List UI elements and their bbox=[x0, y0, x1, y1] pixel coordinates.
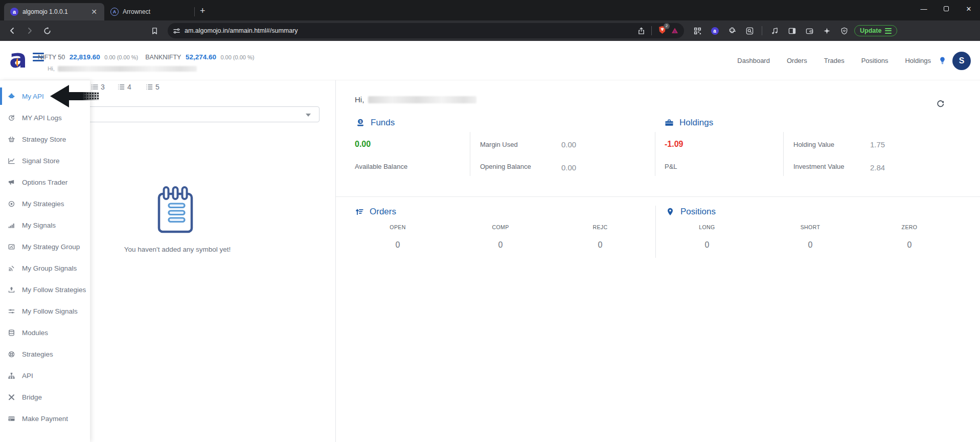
qr-extension-icon[interactable] bbox=[690, 24, 704, 38]
sidebar-item-strategy-store[interactable]: Strategy Store bbox=[0, 128, 90, 150]
holdings-section-header: Holdings bbox=[665, 118, 713, 128]
algomojo-logo[interactable]: a bbox=[9, 46, 29, 73]
user-avatar[interactable]: S bbox=[952, 52, 971, 70]
browser-tab-arrownect[interactable]: A Arrownect bbox=[104, 3, 191, 20]
tab-separator bbox=[194, 7, 195, 16]
sidebar-menu: My API MY API Logs Strategy Store Signal… bbox=[0, 80, 90, 442]
share-icon[interactable] bbox=[637, 27, 645, 35]
tune-icon bbox=[173, 27, 180, 35]
app-header: a NIFTY 50 22,819.60 0.00 (0.00 %) BANKN… bbox=[0, 41, 980, 80]
section-divider bbox=[336, 196, 980, 197]
sidebar-item-my-api[interactable]: My API bbox=[0, 85, 90, 107]
browser-menu-icon bbox=[885, 28, 892, 34]
reload-button[interactable] bbox=[40, 24, 54, 38]
algomojo-extension-icon[interactable]: a bbox=[708, 24, 722, 38]
sidebar-item-my-signals[interactable]: My Signals bbox=[0, 214, 90, 236]
nav-positions[interactable]: Positions bbox=[861, 57, 888, 64]
pnl-label: P&L bbox=[665, 163, 677, 170]
orders-comp-label: COMP bbox=[477, 224, 523, 230]
life-ring-icon bbox=[8, 350, 15, 358]
list-icon bbox=[91, 83, 98, 91]
tab-close-icon[interactable]: ✕ bbox=[89, 7, 99, 16]
search-box-extension-icon[interactable] bbox=[742, 24, 757, 38]
update-label: Update bbox=[860, 27, 881, 34]
symbol-select-dropdown[interactable] bbox=[51, 106, 320, 122]
watchlist-tab-3[interactable]: 3 bbox=[91, 83, 105, 91]
bookmark-icon[interactable] bbox=[147, 24, 162, 38]
basket-icon bbox=[8, 136, 15, 143]
refresh-icon[interactable] bbox=[936, 99, 945, 110]
browser-toolbar: am.algomojo.in/ammain.html#/summary 2 a … bbox=[0, 20, 980, 41]
sidebar-item-signal-store[interactable]: Signal Store bbox=[0, 150, 90, 171]
card-divider bbox=[783, 132, 784, 176]
margin-used-value: 0.00 bbox=[561, 140, 576, 149]
browser-tab-algomojo[interactable]: a algomojo 1.0.0.1 ✕ bbox=[4, 3, 104, 20]
sidebar-item-options-trader[interactable]: Options Trader bbox=[0, 171, 90, 193]
margin-used-label: Margin Used bbox=[480, 141, 518, 148]
sidebar-item-make-payment[interactable]: Make Payment bbox=[0, 408, 90, 429]
bullseye-icon bbox=[8, 200, 15, 208]
sidebar-item-my-api-logs[interactable]: MY API Logs bbox=[0, 107, 90, 128]
browser-tabstrip: a algomojo 1.0.0.1 ✕ A Arrownect + — ✕ bbox=[0, 0, 980, 20]
opening-balance-label: Opening Balance bbox=[480, 163, 531, 170]
sidebar-item-strategies[interactable]: Strategies bbox=[0, 343, 90, 365]
sort-amount-icon bbox=[355, 207, 364, 216]
sidebar-item-bridge[interactable]: Bridge bbox=[0, 386, 90, 408]
sidebar-item-api[interactable]: API bbox=[0, 365, 90, 386]
database-icon bbox=[8, 329, 15, 337]
empty-watchlist-clipboard-icon bbox=[155, 184, 195, 237]
investment-value-label: Investment Value bbox=[793, 163, 844, 170]
puzzle-icon bbox=[8, 93, 15, 100]
bulb-icon[interactable] bbox=[939, 56, 946, 67]
opening-balance-value: 0.00 bbox=[561, 163, 576, 172]
window-close-button[interactable]: ✕ bbox=[958, 0, 980, 17]
nav-trades[interactable]: Trades bbox=[824, 57, 845, 64]
sidebar-item-my-group-signals[interactable]: My Group Signals bbox=[0, 257, 90, 279]
orders-rejc-value: 0 bbox=[577, 240, 623, 250]
back-button[interactable] bbox=[5, 24, 19, 38]
music-icon[interactable] bbox=[767, 24, 782, 38]
header-greeting: Hi, bbox=[48, 65, 197, 72]
frame-icon bbox=[8, 243, 15, 251]
orders-open-label: OPEN bbox=[375, 224, 421, 230]
brave-shield-icon[interactable]: 2 bbox=[658, 26, 667, 36]
sliders-icon bbox=[8, 307, 15, 315]
holding-value-label: Holding Value bbox=[793, 141, 834, 148]
extensions-puzzle-icon[interactable] bbox=[725, 24, 739, 38]
window-maximize-button[interactable] bbox=[935, 0, 958, 17]
orders-rejc-label: REJC bbox=[577, 224, 623, 230]
holdings-pnl-value: -1.09 bbox=[665, 140, 683, 149]
funds-icon: $ bbox=[356, 118, 365, 127]
side-panel-icon[interactable] bbox=[785, 24, 799, 38]
funds-section-header: $ Funds bbox=[356, 118, 395, 128]
new-tab-button[interactable]: + bbox=[198, 6, 211, 20]
leo-ai-sparkle-icon[interactable] bbox=[819, 24, 834, 38]
forward-button[interactable] bbox=[22, 24, 37, 38]
list-icon bbox=[118, 83, 125, 91]
url-text[interactable]: am.algomojo.in/ammain.html#/summary bbox=[185, 27, 633, 34]
nav-orders[interactable]: Orders bbox=[787, 57, 807, 64]
nav-dashboard[interactable]: Dashboard bbox=[737, 57, 770, 64]
available-balance-value: 0.00 bbox=[355, 140, 371, 149]
vpn-shield-icon[interactable] bbox=[837, 24, 851, 38]
watchlist-tab-4[interactable]: 4 bbox=[118, 83, 131, 91]
watchlist-tab-5[interactable]: 5 bbox=[146, 83, 159, 91]
upload-icon bbox=[8, 286, 15, 294]
wallet-icon[interactable] bbox=[802, 24, 816, 38]
sidebar-item-my-strategy-group[interactable]: My Strategy Group bbox=[0, 236, 90, 257]
url-bar[interactable]: am.algomojo.in/ammain.html#/summary 2 bbox=[168, 23, 684, 38]
algomojo-app: a NIFTY 50 22,819.60 0.00 (0.00 %) BANKN… bbox=[0, 41, 980, 442]
sidebar-item-modules[interactable]: Modules bbox=[0, 322, 90, 343]
browser-update-button[interactable]: Update bbox=[854, 25, 897, 36]
orders-open-value: 0 bbox=[375, 240, 421, 250]
rewards-triangle-icon[interactable] bbox=[671, 27, 679, 35]
sidebar-item-my-strategies[interactable]: My Strategies bbox=[0, 193, 90, 214]
sidebar-item-my-follow-signals[interactable]: My Follow Signals bbox=[0, 300, 90, 322]
window-minimize-button[interactable]: — bbox=[913, 0, 935, 17]
ticker-banknifty: BANKNIFTY 52,274.60 0.00 (0.00 %) bbox=[145, 52, 254, 61]
orders-comp-value: 0 bbox=[477, 240, 523, 250]
nav-holdings[interactable]: Holdings bbox=[905, 57, 931, 64]
available-balance-label: Available Balance bbox=[355, 163, 407, 170]
tab-title: Arrownect bbox=[123, 8, 186, 15]
sidebar-item-my-follow-strategies[interactable]: My Follow Strategies bbox=[0, 279, 90, 300]
